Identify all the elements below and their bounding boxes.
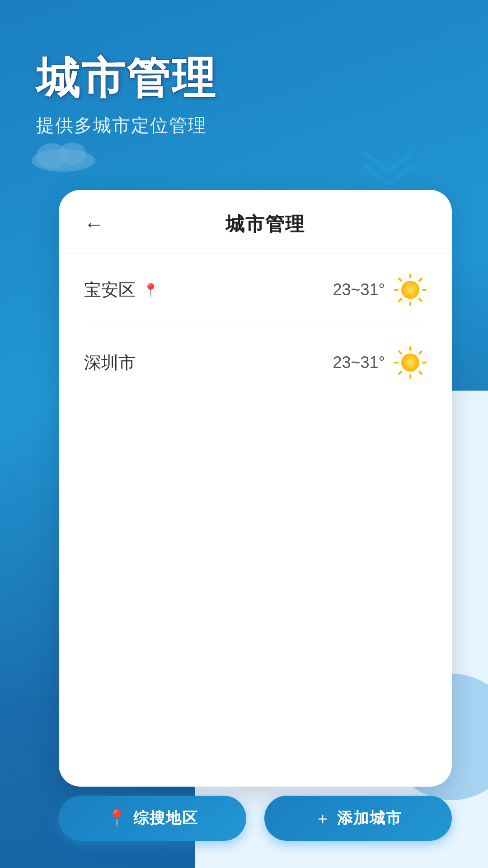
locate-label: 综搜地区 (133, 808, 198, 829)
locate-icon: 📍 (107, 809, 127, 828)
svg-point-12 (401, 354, 419, 372)
phone-card: ← 城市管理 宝安区 📍 23~31° (59, 190, 452, 787)
svg-line-20 (399, 372, 401, 374)
main-title: 城市管理 (36, 54, 452, 102)
svg-line-17 (399, 351, 401, 354)
add-label: 添加城市 (337, 808, 402, 829)
svg-point-3 (401, 281, 419, 299)
svg-line-19 (419, 351, 422, 354)
check-icon-container (361, 149, 416, 187)
svg-line-11 (399, 299, 401, 301)
locate-button[interactable]: 📍 综搜地区 (59, 796, 246, 841)
city-item-2[interactable]: 深圳市 23~31° (84, 326, 427, 399)
back-button[interactable]: ← (84, 214, 104, 234)
city-name-2: 深圳市 (84, 351, 136, 374)
svg-line-8 (399, 278, 401, 281)
svg-line-10 (419, 278, 422, 281)
bottom-buttons: 📍 综搜地区 ＋ 添加城市 (59, 796, 452, 841)
weather-icon-2 (394, 346, 427, 379)
card-title: 城市管理 (104, 212, 427, 237)
city-right-2: 23~31° (333, 346, 427, 379)
add-city-button[interactable]: ＋ 添加城市 (264, 796, 452, 841)
svg-line-18 (419, 372, 422, 374)
city-list: 宝安区 📍 23~31° (59, 254, 452, 787)
temp-range-1: 23~31° (333, 280, 385, 299)
temp-range-2: 23~31° (333, 353, 385, 372)
double-chevron-icon (361, 149, 416, 185)
header-area: 城市管理 提供多城市定位管理 (0, 0, 488, 165)
city-name-1: 宝安区 (84, 278, 136, 302)
city-left-1: 宝安区 📍 (84, 278, 159, 302)
city-right-1: 23~31° (333, 274, 427, 306)
add-icon: ＋ (314, 807, 331, 830)
card-header: ← 城市管理 (59, 190, 452, 254)
location-pin-icon-1: 📍 (143, 283, 159, 297)
city-item-1[interactable]: 宝安区 📍 23~31° (84, 254, 427, 326)
svg-line-9 (419, 299, 422, 301)
city-left-2: 深圳市 (84, 351, 136, 374)
weather-icon-1 (394, 274, 427, 306)
sub-title: 提供多城市定位管理 (36, 113, 452, 138)
